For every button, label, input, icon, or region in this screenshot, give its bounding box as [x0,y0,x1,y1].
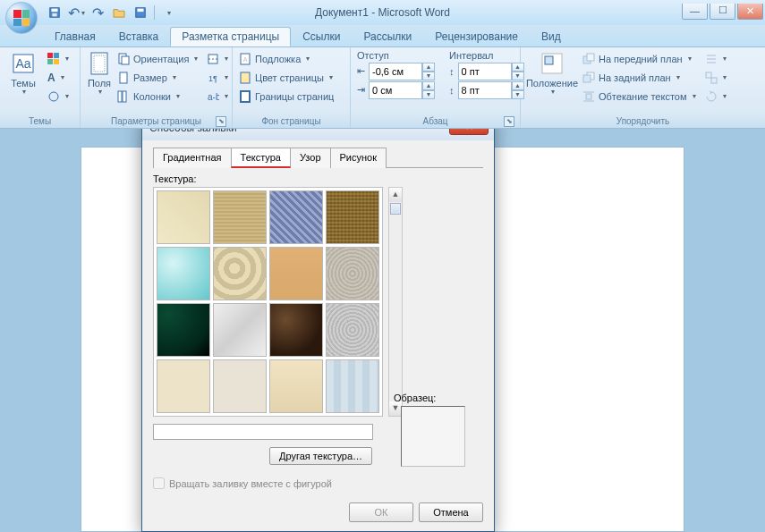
svg-rect-15 [122,56,129,64]
group-label-page-setup: Параметры страницы⬊ [84,115,228,128]
dialog-tabs: Градиентная Текстура Узор Рисунок [153,148,483,168]
send-back-button[interactable]: На задний план▾ [580,68,699,87]
margins-button[interactable]: Поля▾ [84,49,115,98]
hyphenation-icon[interactable]: a-b▾ [204,87,231,106]
theme-colors-icon[interactable]: ▾ [45,49,72,68]
columns-button[interactable]: Колонки▾ [115,87,200,106]
texture-swatch[interactable] [157,247,210,300]
texture-swatch[interactable] [157,303,210,357]
page-borders-button[interactable]: Границы страниц [236,87,336,106]
line-numbers-icon[interactable]: 1¶▾ [204,68,231,87]
save-icon-2[interactable] [131,4,150,21]
minimize-button[interactable]: — [682,4,708,20]
tab-page-layout[interactable]: Разметка страницы [170,27,291,46]
size-button[interactable]: Размер▾ [115,68,200,87]
up-icon[interactable]: ▲ [422,81,435,90]
tab-texture[interactable]: Текстура [231,148,291,168]
theme-fonts-icon[interactable]: A▾ [45,68,72,87]
texture-name-field[interactable] [153,424,373,440]
align-icon[interactable]: ▾ [702,49,729,68]
tab-mailings[interactable]: Рассылки [352,27,423,46]
tab-picture[interactable]: Рисунок [330,148,387,168]
open-icon[interactable] [109,4,129,21]
close-button[interactable]: ✕ [737,4,763,20]
qat-customize-icon[interactable]: ▾ [158,4,178,21]
texture-swatch[interactable] [326,247,379,300]
bring-front-button[interactable]: На передний план▾ [580,49,699,68]
svg-rect-2 [52,13,56,17]
texture-swatch[interactable] [157,190,210,244]
texture-swatch[interactable] [269,190,323,244]
cancel-button[interactable]: Отмена [419,502,483,522]
svg-text:1¶: 1¶ [208,74,217,83]
group-label-arrange: Упорядочить [524,115,761,128]
maximize-button[interactable]: ☐ [710,4,735,20]
svg-rect-18 [123,91,126,102]
texture-swatch[interactable] [269,359,323,413]
svg-rect-7 [47,53,53,58]
titlebar: ↶▾ ↷ ▾ Документ1 - Microsoft Word — ☐ ✕ [0,0,765,25]
tab-gradient[interactable]: Градиентная [153,148,232,168]
texture-swatch[interactable] [213,359,267,413]
office-button[interactable] [5,2,38,34]
svg-rect-17 [118,91,122,102]
texture-swatch[interactable] [326,303,379,357]
themes-button[interactable]: Aa Темы▾ [4,49,43,98]
tab-pattern[interactable]: Узор [290,148,331,168]
ribbon: Aa Темы▾ ▾ A▾ ▾ Темы Поля▾ Ориентация▾ Р… [0,46,765,129]
texture-swatch[interactable] [213,303,267,357]
group-page-setup: Поля▾ Ориентация▾ Размер▾ Колонки▾ ▾ 1¶▾… [81,47,233,128]
group-label-background: Фон страницы [236,115,346,128]
group-themes: Aa Темы▾ ▾ A▾ ▾ Темы [0,47,81,128]
tab-view[interactable]: Вид [530,27,573,46]
tab-insert[interactable]: Вставка [107,27,171,46]
texture-swatch[interactable] [213,190,267,244]
other-texture-button[interactable]: Другая текстура… [269,447,372,465]
down-icon[interactable]: ▼ [422,72,435,80]
texture-swatch[interactable] [157,359,210,413]
indent-left-input[interactable] [369,63,422,80]
tab-references[interactable]: Ссылки [291,27,352,46]
page-color-button[interactable]: Цвет страницы▾ [236,68,336,87]
tab-home[interactable]: Главная [43,27,107,46]
indent-right-input[interactable] [369,81,422,99]
theme-effects-icon[interactable]: ▾ [45,87,72,106]
svg-rect-16 [120,72,127,83]
svg-rect-40 [711,78,717,83]
indent-right-row: ⇥▲▼ [354,80,438,99]
text-wrap-button[interactable]: Обтекание текстом▾ [580,87,699,106]
svg-rect-4 [138,9,144,13]
spacing-after-input[interactable] [458,81,512,99]
ok-button[interactable]: ОК [349,502,413,522]
tab-review[interactable]: Рецензирование [423,27,530,46]
group-icon[interactable]: ▾ [702,68,729,87]
svg-rect-9 [47,59,53,64]
spacing-before-icon: ↕ [449,66,455,77]
scroll-up-icon[interactable]: ▲ [389,188,402,202]
down-icon[interactable]: ▼ [422,90,435,99]
texture-scrollbar[interactable]: ▲ ▼ [388,187,403,417]
watermark-button[interactable]: AПодложка▾ [236,49,336,68]
position-button[interactable]: Положение▾ [524,49,580,98]
spacing-before-input[interactable] [458,63,512,80]
save-icon[interactable] [45,4,64,21]
indent-left-row: ⇤▲▼ [354,62,438,80]
rotate-fill-checkbox [153,477,165,489]
up-icon[interactable]: ▲ [422,63,435,72]
texture-swatch[interactable] [269,247,323,300]
orientation-button[interactable]: Ориентация▾ [115,49,200,68]
page-setup-dialog-launcher[interactable]: ⬊ [216,116,226,127]
paragraph-dialog-launcher[interactable]: ⬊ [504,116,514,127]
texture-swatch[interactable] [213,247,267,300]
texture-swatch[interactable] [326,190,379,244]
indent-header: Отступ [354,49,438,62]
breaks-icon[interactable]: ▾ [204,49,231,68]
texture-swatch[interactable] [326,359,379,413]
fill-effects-dialog: Способы заливки Градиентная Текстура Узо… [141,114,495,532]
texture-swatch[interactable] [269,303,323,357]
rotate-icon[interactable]: ▾ [702,87,729,106]
scroll-thumb[interactable] [390,203,401,215]
svg-text:A: A [243,56,248,63]
redo-icon[interactable]: ↷ [88,4,107,21]
undo-icon[interactable]: ↶▾ [66,4,86,21]
